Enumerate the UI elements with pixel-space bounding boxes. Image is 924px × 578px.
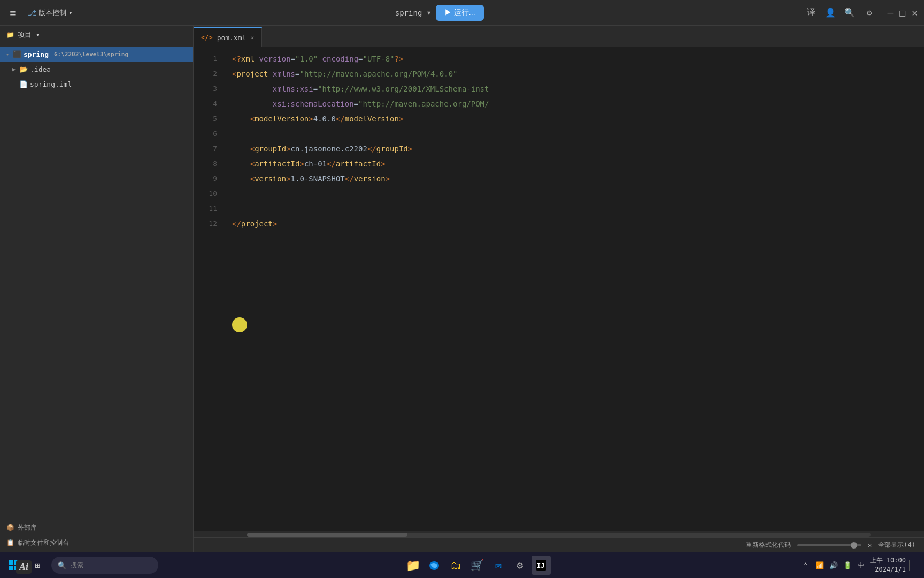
code-line-12: </project>: [232, 216, 924, 231]
run-button[interactable]: ▶ 运行...: [436, 5, 484, 21]
statusbar: 重新格式化代码 ✕ 全部显示(4): [194, 537, 924, 552]
expand-icon: ▾: [4, 51, 11, 58]
ai-badge: Ai: [16, 560, 32, 574]
vcs-label: 版本控制: [38, 8, 66, 18]
code-line-11: [232, 201, 924, 216]
taskbar-app-settings[interactable]: ⚙: [510, 556, 529, 575]
titlebar-right: 译 👤 🔍 ⚙ — □ ✕: [806, 7, 918, 18]
tray-volume[interactable]: 🔊: [828, 560, 839, 571]
tray-battery[interactable]: 🔋: [842, 560, 853, 571]
search-icon[interactable]: 🔍: [844, 7, 855, 18]
tmp-control-label: 临时文件和控制台: [18, 538, 69, 547]
tmp-control-icon: 📋: [6, 539, 14, 546]
line-num-9: 9: [194, 171, 217, 186]
tray-lang[interactable]: 中: [856, 560, 867, 571]
titlebar: ≡ ⎇ 版本控制 ▾ spring ▾ ▶ 运行... 译 👤 🔍 ⚙ — □ …: [0, 0, 924, 26]
tab-pom-xml[interactable]: </> pom.xml ✕: [194, 27, 262, 47]
maximize-button[interactable]: □: [899, 8, 905, 18]
line-num-3: 3: [194, 81, 217, 96]
ext-lib-icon: 📦: [6, 524, 14, 531]
scrollbar-thumb[interactable]: [247, 533, 407, 537]
code-line-5: <modelVersion>4.0.0</modelVersion>: [232, 111, 924, 126]
minimize-button[interactable]: —: [887, 8, 893, 18]
tray-chevron[interactable]: ⌃: [800, 560, 811, 571]
sidebar-item-spring-root[interactable]: ▾ ⬛ spring G:\2202\level3\spring: [0, 47, 193, 62]
taskbar-right-tray: ⌃ 📶 🔊 🔋 中 上午 10:00 2024/1/1 |: [800, 556, 920, 574]
taskbar-app-file-explorer[interactable]: 📁: [403, 556, 422, 575]
line-num-2: 2: [194, 66, 217, 81]
file-icon-iml: 📄: [19, 80, 28, 88]
tab-file-icon: </>: [201, 34, 213, 41]
statusbar-slider[interactable]: [797, 544, 861, 546]
svg-rect-0: [9, 560, 13, 565]
code-line-2: <project xmlns="http://maven.apache.org/…: [232, 66, 924, 81]
code-line-10: [232, 186, 924, 201]
run-button-label: ▶ 运行...: [444, 8, 475, 18]
sidebar-bottom: 📦 外部库 📋 临时文件和控制台: [0, 518, 193, 552]
sidebar-root-path: G:\2202\level3\spring: [54, 51, 128, 58]
sidebar-root-name: spring: [24, 50, 49, 58]
code-line-4: xsi:schemaLocation="http://maven.apache.…: [232, 96, 924, 111]
taskbar-app-intellij[interactable]: IJ: [532, 556, 551, 575]
statusbar-right: 重新格式化代码 ✕ 全部显示(4): [746, 541, 915, 550]
iml-spacer: [11, 81, 17, 88]
taskbar-app-mail[interactable]: ✉: [489, 556, 508, 575]
titlebar-center: spring ▾ ▶ 运行...: [81, 5, 798, 21]
close-button[interactable]: ✕: [912, 8, 918, 18]
reformat-action[interactable]: 重新格式化代码: [746, 541, 791, 550]
sidebar-item-ext-lib[interactable]: 📦 外部库: [0, 520, 193, 535]
editor-content[interactable]: 1 2 3 4 5 6 7 8 9 10 11 12 <?xml version…: [194, 47, 924, 531]
code-line-8: <artifactId>ch-01</artifactId>: [232, 156, 924, 171]
editor: </> pom.xml ✕ 1 2 3 4 5 6 7 8 9 10 11 12: [194, 26, 924, 552]
user-icon[interactable]: 👤: [825, 7, 836, 18]
taskbar-search-icon: 🔍: [58, 561, 66, 569]
sidebar: 📁 项目 ▾ ▾ ⬛ spring G:\2202\level3\spring …: [0, 26, 194, 552]
vcs-branch-icon: ⎇: [28, 9, 36, 17]
project-dropdown-icon[interactable]: ▾: [426, 7, 432, 18]
svg-rect-2: [9, 566, 13, 570]
clock-time: 上午 10:00: [870, 556, 906, 565]
translate-icon[interactable]: 译: [806, 7, 817, 18]
code-line-3: xmlns:xsi="http://www.w3.org/2001/XMLSch…: [232, 81, 924, 96]
tab-close-button[interactable]: ✕: [250, 34, 254, 41]
project-name: spring: [395, 9, 422, 17]
taskbar: ⊞ 🔍 搜索 📁 🗂 🛒 ✉ ⚙ IJ ⌃ 📶 🔊: [0, 552, 924, 578]
sidebar-item-idea[interactable]: ▶ 📂 .idea: [0, 62, 193, 77]
taskbar-clock[interactable]: 上午 10:00 2024/1/1: [870, 556, 906, 574]
vcs-control[interactable]: ⎇ 版本控制 ▾: [28, 8, 73, 18]
tray-show-desktop[interactable]: |: [909, 560, 920, 571]
taskbar-app-store[interactable]: 🛒: [467, 556, 487, 575]
code-area[interactable]: <?xml version="1.0" encoding="UTF-8"?> <…: [224, 47, 924, 531]
line-num-5: 5: [194, 111, 217, 126]
main-area: 📁 项目 ▾ ▾ ⬛ spring G:\2202\level3\spring …: [0, 26, 924, 552]
sidebar-iml-label: spring.iml: [30, 80, 72, 88]
editor-scrollbar[interactable]: [194, 531, 924, 537]
tabbar: </> pom.xml ✕: [194, 26, 924, 47]
sidebar-header[interactable]: 📁 项目 ▾: [0, 26, 193, 44]
sidebar-header-label: 项目 ▾: [18, 30, 40, 40]
expand-icon-idea: ▶: [11, 66, 17, 73]
taskbar-search-placeholder: 搜索: [71, 561, 83, 570]
vcs-dropdown-icon: ▾: [68, 9, 73, 17]
taskbar-app-edge[interactable]: [425, 556, 444, 575]
display-all-action[interactable]: 全部显示(4): [878, 541, 915, 550]
module-icon: ⬛: [13, 50, 21, 58]
close-slider-icon[interactable]: ✕: [868, 542, 872, 549]
line-num-6: 6: [194, 126, 217, 141]
taskbar-search-box[interactable]: 🔍 搜索: [51, 557, 158, 574]
sidebar-item-iml[interactable]: 📄 spring.iml: [0, 77, 193, 92]
code-line-7: <groupId>cn.jasonone.c2202</groupId>: [232, 141, 924, 156]
line-num-11: 11: [194, 201, 217, 216]
sidebar-item-tmp-control[interactable]: 📋 临时文件和控制台: [0, 535, 193, 550]
tray-network[interactable]: 📶: [814, 560, 825, 571]
line-num-10: 10: [194, 186, 217, 201]
sidebar-tree: ▾ ⬛ spring G:\2202\level3\spring ▶ 📂 .id…: [0, 44, 193, 518]
tab-name: pom.xml: [217, 34, 247, 42]
menu-icon[interactable]: ≡: [6, 7, 19, 18]
taskbar-app-folder[interactable]: 🗂: [446, 556, 465, 575]
settings-icon[interactable]: ⚙: [864, 7, 874, 18]
code-line-6: [232, 126, 924, 141]
line-num-12: 12: [194, 216, 217, 231]
ext-lib-label: 外部库: [18, 523, 37, 533]
statusbar-slider-thumb[interactable]: [851, 542, 857, 549]
